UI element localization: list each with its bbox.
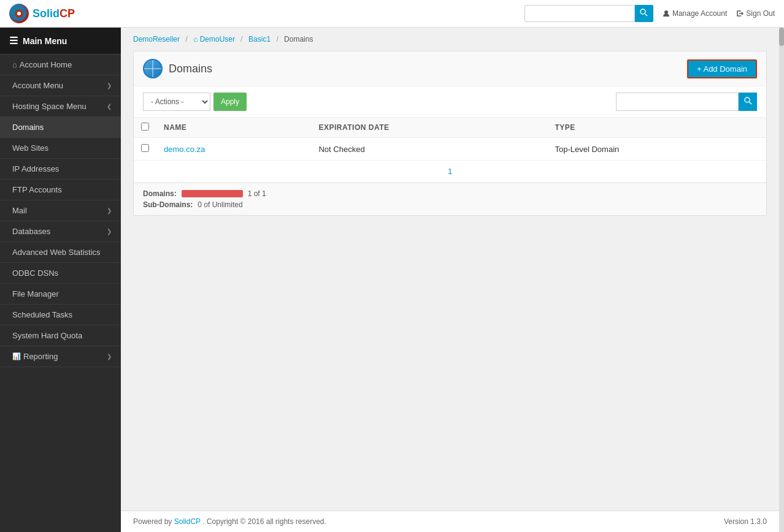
domains-table: NAME Expiration Date Type demo.co.za Not… xyxy=(134,118,766,183)
actions-left: - Actions - Apply xyxy=(143,93,247,111)
table-header-row: NAME Expiration Date Type xyxy=(134,118,766,138)
footer-left: Powered by SolidCP . Copyright © 2016 al… xyxy=(133,517,326,526)
svg-point-3 xyxy=(640,9,645,14)
table-row: demo.co.za Not Checked Top-Level Domain xyxy=(134,138,766,161)
breadcrumb: DemoReseller / ⌂ DemoUser / Basic1 / Dom… xyxy=(121,28,779,51)
sidebar-label-ftp-accounts: FTP Accounts xyxy=(12,185,112,194)
domains-progress-fill xyxy=(182,190,243,197)
top-search-input[interactable] xyxy=(525,5,635,22)
sign-out-link[interactable]: Sign Out xyxy=(736,9,775,18)
domains-stat-label: Domains: xyxy=(143,189,177,198)
sidebar-item-reporting[interactable]: 📊 Reporting ❯ xyxy=(0,346,121,367)
type-column-header: Type xyxy=(547,118,766,138)
subdomains-stat-label: Sub-Domains: xyxy=(143,200,193,209)
breadcrumb-basic1[interactable]: Basic1 xyxy=(248,35,271,44)
sidebar-item-file-manager[interactable]: File Manager xyxy=(0,284,121,305)
domains-stat-row: Domains: 1 of 1 xyxy=(143,189,757,198)
sidebar-item-advanced-web-statistics[interactable]: Advanced Web Statistics xyxy=(0,242,121,263)
sidebar-label-domains: Domains xyxy=(12,123,112,132)
page-footer: Powered by SolidCP . Copyright © 2016 al… xyxy=(121,511,779,532)
main-content: DemoReseller / ⌂ DemoUser / Basic1 / Dom… xyxy=(121,28,779,532)
breadcrumb-demoreseller[interactable]: DemoReseller xyxy=(133,35,180,44)
table-search-input[interactable] xyxy=(616,93,739,111)
breadcrumb-separator: / xyxy=(185,35,187,44)
sidebar-item-odbc-dsns[interactable]: ODBC DSNs xyxy=(0,263,121,284)
sidebar-label-advanced-web-statistics: Advanced Web Statistics xyxy=(12,248,112,257)
sidebar-item-hosting-space-menu[interactable]: Hosting Space Menu ❮ xyxy=(0,96,121,117)
manage-account-link[interactable]: Manage Account xyxy=(663,9,727,18)
apply-label: Apply xyxy=(221,97,239,106)
domains-progress-bar xyxy=(182,190,243,197)
scroll-indicator[interactable] xyxy=(779,28,784,532)
sidebar-label-hosting-space-menu: Hosting Space Menu xyxy=(12,102,107,111)
chevron-icon: ❯ xyxy=(107,82,112,89)
chevron-icon: ❮ xyxy=(107,103,112,110)
sidebar-item-domains[interactable]: Domains xyxy=(0,117,121,138)
add-domain-button[interactable]: + Add Domain xyxy=(687,59,757,78)
row-checkbox-cell xyxy=(134,138,156,161)
sidebar-item-databases[interactable]: Databases ❯ xyxy=(0,221,121,242)
expiration-column-header: Expiration Date xyxy=(311,118,547,138)
version-text: Version 1.3.0 xyxy=(724,517,767,526)
sidebar-label-account-home: Account Home xyxy=(20,60,112,69)
sidebar-item-web-sites[interactable]: Web Sites xyxy=(0,138,121,159)
sidebar-label-web-sites: Web Sites xyxy=(12,143,112,153)
sidebar: ☰ Main Menu ⌂ Account Home Account Menu … xyxy=(0,28,121,532)
chevron-icon: ❯ xyxy=(107,353,112,360)
top-nav-links: Manage Account Sign Out xyxy=(663,9,775,18)
select-all-checkbox[interactable] xyxy=(141,123,149,131)
main-layout: ☰ Main Menu ⌂ Account Home Account Menu … xyxy=(0,28,784,532)
top-search-button[interactable] xyxy=(635,5,653,22)
subdomains-stat-row: Sub-Domains: 0 of Unlimited xyxy=(143,200,757,209)
sidebar-item-scheduled-tasks[interactable]: Scheduled Tasks xyxy=(0,305,121,325)
sidebar-item-ftp-accounts[interactable]: FTP Accounts xyxy=(0,180,121,200)
apply-button[interactable]: Apply xyxy=(213,93,247,111)
sidebar-item-ip-addresses[interactable]: IP Addresses xyxy=(0,159,121,180)
panel-header: Domains + Add Domain xyxy=(134,51,766,86)
sidebar-label-odbc-dsns: ODBC DSNs xyxy=(12,268,112,278)
domains-icon xyxy=(143,59,163,78)
content-panel: Domains + Add Domain - Actions - Apply xyxy=(133,51,767,216)
top-navigation: SolidCP Manage Account Sign Out xyxy=(0,0,784,28)
panel-title: Domains xyxy=(143,59,212,78)
svg-line-4 xyxy=(645,14,648,17)
menu-icon: ☰ xyxy=(9,35,18,47)
sidebar-item-mail[interactable]: Mail ❯ xyxy=(0,200,121,221)
actions-bar: - Actions - Apply xyxy=(134,86,766,118)
copyright-text: . Copyright © 2016 all rights reserved. xyxy=(202,517,326,526)
breadcrumb-separator-3: / xyxy=(276,35,278,44)
sidebar-header: ☰ Main Menu xyxy=(0,28,121,55)
svg-line-7 xyxy=(749,102,751,105)
domain-name-link[interactable]: demo.co.za xyxy=(164,145,205,154)
sidebar-label-mail: Mail xyxy=(12,206,107,215)
expiration-cell: Not Checked xyxy=(311,138,547,161)
panel-footer: Domains: 1 of 1 Sub-Domains: 0 of Unlimi… xyxy=(134,183,766,215)
row-checkbox[interactable] xyxy=(141,144,149,152)
sidebar-label-scheduled-tasks: Scheduled Tasks xyxy=(12,310,112,319)
sidebar-label-ip-addresses: IP Addresses xyxy=(12,164,112,173)
actions-select[interactable]: - Actions - xyxy=(143,93,210,111)
home-icon: ⌂ xyxy=(12,60,17,69)
top-search-container xyxy=(525,5,653,22)
main-menu-label: Main Menu xyxy=(23,36,67,46)
sidebar-item-account-home[interactable]: ⌂ Account Home xyxy=(0,55,121,75)
reporting-icon: 📊 xyxy=(12,352,21,360)
table-search-button[interactable] xyxy=(739,93,757,111)
svg-point-6 xyxy=(745,97,750,102)
sidebar-item-account-menu[interactable]: Account Menu ❯ xyxy=(0,75,121,96)
subdomains-stat-count: 0 of Unlimited xyxy=(198,200,242,209)
domains-stat-count: 1 of 1 xyxy=(248,189,266,198)
svg-point-2 xyxy=(17,12,21,15)
sidebar-label-file-manager: File Manager xyxy=(12,289,112,298)
pagination-row: 1 xyxy=(134,161,766,183)
top-nav-right: Manage Account Sign Out xyxy=(525,5,775,22)
sidebar-label-reporting: Reporting xyxy=(23,352,107,361)
powered-by-text: Powered by xyxy=(133,517,172,526)
sidebar-item-system-hard-quota[interactable]: System Hard Quota xyxy=(0,325,121,346)
breadcrumb-separator-2: / xyxy=(240,35,242,44)
pagination-number[interactable]: 1 xyxy=(448,167,452,176)
breadcrumb-demouser[interactable]: DemoUser xyxy=(200,35,235,44)
table-search xyxy=(616,93,757,111)
chevron-icon: ❯ xyxy=(107,207,112,214)
solidcp-link[interactable]: SolidCP xyxy=(174,517,201,526)
